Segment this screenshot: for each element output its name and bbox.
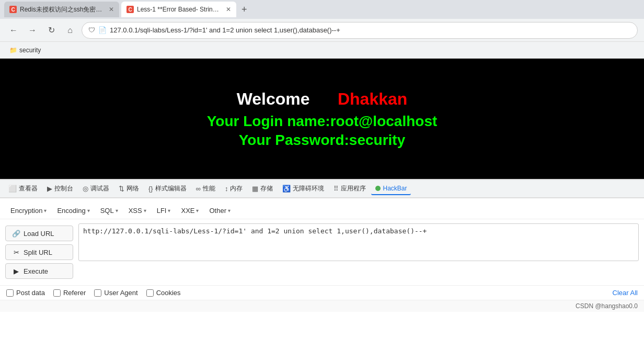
- back-button[interactable]: ←: [6, 23, 21, 38]
- watermark: CSDN @hangshao0.0: [0, 300, 644, 312]
- storage-label: 存储: [260, 184, 273, 193]
- bookmark-folder-icon: 📁: [9, 47, 17, 54]
- welcome-password-line: Your Password:security: [207, 132, 438, 149]
- network-icon: ⇅: [119, 185, 124, 193]
- style-label: 样式编辑器: [155, 184, 187, 193]
- devtool-storage[interactable]: ▦ 存储: [248, 182, 277, 195]
- bookmark-label: security: [19, 47, 41, 54]
- split-url-button[interactable]: ✂ Split URL: [5, 244, 73, 260]
- devtool-style[interactable]: {} 样式编辑器: [144, 182, 191, 195]
- bookmark-security[interactable]: 📁 security: [6, 46, 44, 55]
- encoding-label: Encoding: [57, 207, 85, 215]
- welcome-login-line: Your Login name:root@localhost: [207, 113, 438, 130]
- application-icon: ⠿: [334, 185, 339, 193]
- console-label: 控制台: [54, 184, 73, 193]
- nav-bar: ← → ↻ ⌂ 🛡 📄: [0, 19, 644, 42]
- hackbar-label: HackBar: [383, 185, 407, 192]
- tab-close-button[interactable]: ✕: [109, 6, 114, 13]
- hackbar-url-textarea[interactable]: [78, 223, 639, 261]
- split-url-icon: ✂: [12, 248, 20, 256]
- devtool-application[interactable]: ⠿ 应用程序: [329, 182, 370, 195]
- execute-button[interactable]: ▶ Execute: [5, 263, 73, 279]
- main-content: Welcome Dhakkan Your Login name:root@loc…: [0, 59, 644, 179]
- lfi-arrow-icon: ▾: [168, 208, 170, 213]
- debugger-icon: ◎: [83, 185, 88, 193]
- tab-label-active: Less-1 **Error Based- String**: [137, 6, 221, 13]
- devtool-viewer[interactable]: ⬜ 查看器: [4, 182, 42, 195]
- tab-active[interactable]: C Less-1 **Error Based- String** ✕: [121, 2, 236, 17]
- load-url-icon: 🔗: [12, 229, 20, 238]
- hackbar-action-buttons: 🔗 Load URL ✂ Split URL ▶ Execute: [0, 223, 78, 281]
- welcome-word: Welcome: [237, 89, 310, 108]
- tab-close-active-button[interactable]: ✕: [226, 6, 231, 13]
- hackbar-menubar: Encryption ▾ Encoding ▾ SQL ▾ XSS ▾ LFI …: [0, 202, 644, 219]
- hackbar-url-area: [78, 223, 644, 281]
- home-button[interactable]: ⌂: [63, 23, 77, 38]
- hackbar-menu-xss[interactable]: XSS ▾: [124, 205, 151, 217]
- split-url-label: Split URL: [24, 249, 52, 256]
- performance-label: 性能: [203, 184, 215, 193]
- security-shield-icon: 🛡: [88, 26, 95, 34]
- welcome-container: Welcome Dhakkan Your Login name:root@loc…: [207, 89, 438, 149]
- tab-favicon: C: [9, 6, 17, 13]
- devtool-hackbar[interactable]: HackBar: [371, 183, 411, 195]
- hackbar-menu-encoding[interactable]: Encoding ▾: [53, 205, 94, 217]
- cookies-checkbox[interactable]: [146, 289, 154, 297]
- load-url-button[interactable]: 🔗 Load URL: [5, 226, 73, 241]
- devtool-network[interactable]: ⇅ 网络: [114, 182, 143, 195]
- load-url-label: Load URL: [24, 230, 54, 238]
- devtool-performance[interactable]: ∞ 性能: [192, 182, 220, 195]
- xss-label: XSS: [129, 207, 142, 215]
- encryption-label: Encryption: [10, 207, 42, 215]
- browser-chrome: C Redis未授权访问之ssh免密登... ✕ C Less-1 **Erro…: [0, 0, 644, 59]
- user-agent-checkbox[interactable]: [94, 289, 101, 297]
- referer-checkbox[interactable]: [53, 289, 61, 297]
- welcome-name: Dhakkan: [338, 89, 407, 108]
- new-tab-button[interactable]: +: [238, 4, 250, 15]
- storage-icon: ▦: [252, 185, 258, 193]
- hackbar-menu-encryption[interactable]: Encryption ▾: [6, 205, 51, 217]
- hackbar-menu-sql[interactable]: SQL ▾: [96, 205, 122, 217]
- hackbar-menu-lfi[interactable]: LFI ▾: [153, 205, 175, 217]
- forward-button[interactable]: →: [25, 23, 40, 38]
- execute-label: Execute: [24, 267, 48, 275]
- referer-label: Referer: [63, 289, 86, 297]
- viewer-icon: ⬜: [8, 185, 17, 193]
- xxe-label: XXE: [181, 207, 194, 215]
- accessibility-label: 无障碍环境: [293, 184, 324, 193]
- clear-all-button[interactable]: Clear All: [613, 289, 638, 297]
- reload-button[interactable]: ↻: [44, 23, 59, 38]
- hackbar-main: 🔗 Load URL ✂ Split URL ▶ Execute: [0, 219, 644, 285]
- xxe-arrow-icon: ▾: [196, 208, 199, 213]
- tab-bar: C Redis未授权访问之ssh免密登... ✕ C Less-1 **Erro…: [0, 0, 644, 19]
- devtool-memory[interactable]: ↕ 内存: [221, 182, 247, 195]
- post-data-checkbox-label[interactable]: Post data: [6, 289, 45, 297]
- referer-checkbox-label[interactable]: Referer: [53, 289, 86, 297]
- encoding-arrow-icon: ▾: [87, 208, 90, 213]
- performance-icon: ∞: [196, 185, 201, 193]
- hackbar-menu-xxe[interactable]: XXE ▾: [177, 205, 203, 217]
- memory-icon: ↕: [225, 185, 228, 193]
- address-bar: 🛡 📄: [82, 22, 638, 39]
- network-label: 网络: [126, 184, 139, 193]
- debugger-label: 调试器: [90, 184, 109, 193]
- other-arrow-icon: ▾: [228, 208, 231, 213]
- devtool-debugger[interactable]: ◎ 调试器: [78, 182, 113, 195]
- hackbar-menu-other[interactable]: Other ▾: [205, 205, 235, 217]
- application-label: 应用程序: [341, 184, 366, 193]
- hackbar-panel: Encryption ▾ Encoding ▾ SQL ▾ XSS ▾ LFI …: [0, 198, 644, 312]
- memory-label: 内存: [230, 184, 243, 193]
- devtool-accessibility[interactable]: ♿ 无障碍环境: [278, 182, 328, 195]
- user-agent-checkbox-label[interactable]: User Agent: [94, 289, 137, 297]
- devtools-toolbar: ⬜ 查看器 ▶ 控制台 ◎ 调试器 ⇅ 网络 {} 样式编辑器 ∞ 性能 ↕ 内…: [0, 179, 644, 198]
- tab-inactive[interactable]: C Redis未授权访问之ssh免密登... ✕: [4, 2, 119, 17]
- cookies-checkbox-label[interactable]: Cookies: [146, 289, 181, 297]
- xss-arrow-icon: ▾: [144, 208, 146, 213]
- welcome-line1: Welcome Dhakkan: [207, 89, 438, 109]
- url-input[interactable]: [110, 26, 631, 34]
- watermark-text: CSDN @hangshao0.0: [576, 302, 638, 310]
- accessibility-icon: ♿: [282, 185, 291, 193]
- post-data-checkbox[interactable]: [6, 289, 14, 297]
- tab-label: Redis未授权访问之ssh免密登...: [20, 5, 104, 14]
- devtool-console[interactable]: ▶ 控制台: [43, 182, 77, 195]
